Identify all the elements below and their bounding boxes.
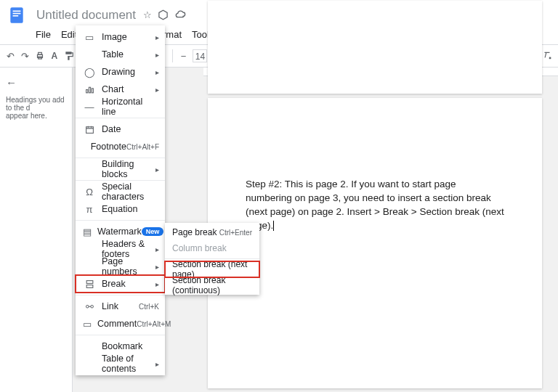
chart-icon <box>83 85 96 94</box>
print-button[interactable] <box>33 48 46 64</box>
outline-panel: ← Headings you add to the d appear here. <box>0 68 73 392</box>
new-badge: New <box>142 227 164 236</box>
outline-hint: Headings you add to the d appear here. <box>6 96 66 120</box>
svg-rect-2 <box>13 13 21 15</box>
menu-watermark[interactable]: ▤WatermarkNew <box>76 223 165 240</box>
docs-logo-icon[interactable] <box>6 4 28 26</box>
watermark-icon: ▤ <box>83 226 92 237</box>
fontsize-decrease[interactable]: − <box>177 48 190 64</box>
menu-bookmark[interactable]: Bookmark <box>76 338 165 355</box>
submenu-page-break[interactable]: Page breakCtrl+Enter <box>165 224 259 240</box>
menu-break[interactable]: Break▸ <box>76 275 165 293</box>
menu-date[interactable]: Date <box>76 121 165 138</box>
document-text[interactable]: Step #2: This is page 2. If you want to … <box>246 178 504 233</box>
move-icon[interactable] <box>158 9 169 21</box>
clear-format-button[interactable] <box>541 48 554 64</box>
insert-menu-dropdown: ▭Image▸ Table▸ ◯Drawing▸ Chart▸ —Horizon… <box>76 25 165 375</box>
omega-icon: Ω <box>83 187 96 197</box>
font-size-input[interactable]: 14 <box>193 49 207 62</box>
menu-footnote[interactable]: FootnoteCtrl+Alt+F <box>76 138 165 155</box>
svg-rect-5 <box>39 52 42 54</box>
menu-building-blocks[interactable]: Building blocks▸ <box>76 160 165 178</box>
break-submenu: Page breakCtrl+Enter Column break Sectio… <box>165 223 259 295</box>
outline-back-icon[interactable]: ← <box>6 76 66 89</box>
menu-drawing[interactable]: ◯Drawing▸ <box>76 63 165 81</box>
menu-link[interactable]: ⚯LinkCtrl+K <box>76 298 165 315</box>
menu-table[interactable]: Table▸ <box>76 46 165 63</box>
page-1[interactable] <box>208 1 542 94</box>
svg-rect-16 <box>92 88 93 92</box>
menu-file[interactable]: File <box>31 28 56 41</box>
undo-button[interactable]: ↶ <box>4 48 17 64</box>
pi-icon: π <box>83 204 96 215</box>
spellcheck-button[interactable]: A <box>48 48 61 64</box>
link-icon: ⚯ <box>83 301 96 312</box>
break-icon <box>83 279 96 289</box>
menu-special-chars[interactable]: ΩSpecial characters <box>76 183 165 200</box>
menu-hr[interactable]: —Horizontal line <box>76 98 165 115</box>
submenu-section-break-continuous[interactable]: Section break (continuous) <box>165 277 259 293</box>
svg-rect-17 <box>86 126 93 133</box>
comment-icon: ▭ <box>83 319 92 330</box>
cloud-icon[interactable] <box>174 9 186 21</box>
paint-format-button[interactable] <box>62 48 76 64</box>
menu-headers-footers[interactable]: Headers & footers▸ <box>76 240 165 258</box>
menu-comment[interactable]: ▭CommentCtrl+Alt+M <box>76 315 165 332</box>
svg-rect-18 <box>86 280 93 283</box>
document-title[interactable]: Untitled document <box>32 7 140 24</box>
submenu-section-break-next[interactable]: Section break (next page) <box>165 261 259 277</box>
svg-rect-1 <box>13 11 21 12</box>
menu-image[interactable]: ▭Image▸ <box>76 28 165 46</box>
svg-rect-14 <box>86 89 87 92</box>
calendar-icon <box>83 125 96 134</box>
menu-page-numbers[interactable]: Page numbers▸ <box>76 258 165 275</box>
star-icon[interactable]: ☆ <box>143 9 152 21</box>
image-icon: ▭ <box>83 32 96 43</box>
svg-rect-19 <box>86 285 93 287</box>
svg-rect-15 <box>89 87 90 93</box>
menu-equation[interactable]: πEquation <box>76 200 165 218</box>
drawing-icon: ◯ <box>83 67 96 78</box>
svg-rect-3 <box>13 15 19 17</box>
menu-toc[interactable]: Table of contents▸ <box>76 355 165 372</box>
submenu-column-break: Column break <box>165 240 259 256</box>
redo-button[interactable]: ↷ <box>19 48 32 64</box>
hr-icon: — <box>83 102 96 113</box>
text-cursor <box>273 221 274 231</box>
menu-chart[interactable]: Chart▸ <box>76 81 165 98</box>
